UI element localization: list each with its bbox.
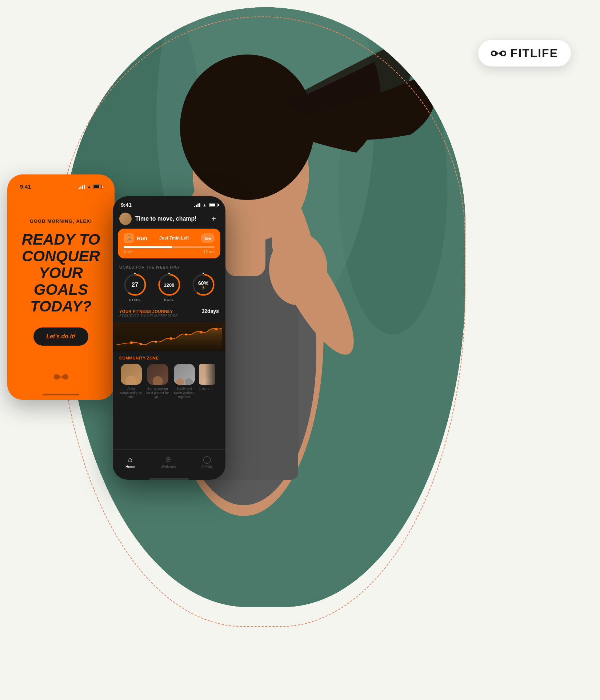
user-avatar: [119, 213, 132, 225]
eve-chip: Eve: [201, 233, 215, 243]
orange-home-indicator: [43, 394, 79, 395]
ring-dot: [133, 272, 136, 275]
dark-phone-time: 9:41: [121, 202, 132, 208]
journey-subtitle: RESILIENCE IS YOUR SUPERPOWER!: [119, 314, 179, 317]
anna-caption: Anna completed a 5K Run!: [119, 387, 143, 399]
run-icon-badge: 🏃: [124, 233, 134, 243]
orange-phone-status-icons: ▲: [79, 184, 102, 189]
nav-item-home[interactable]: ⌂ Home: [118, 454, 143, 471]
kcal-goal: 1200 KCAL: [157, 273, 181, 302]
community-title: COMMUNITY ZONE: [119, 356, 219, 360]
signal-icon: [79, 185, 85, 189]
workouts-icon: ⊕: [165, 455, 171, 464]
greeting-text: GOOD MORNING, ALEX!: [30, 218, 92, 224]
nav-item-workouts[interactable]: ⊕ Workouts: [153, 453, 183, 471]
ben-figure: [147, 364, 168, 385]
svg-point-15: [492, 52, 495, 55]
ring-dot-2: [168, 272, 171, 275]
phone-dark: 9:41 ▲ Time to move, champ! +: [113, 196, 225, 480]
home-icon: ⌂: [128, 455, 132, 464]
fitness-journey-chart: [113, 322, 225, 351]
community-item-anna[interactable]: Anna completed a 5K Run!: [119, 364, 143, 399]
svg-point-27: [185, 333, 187, 335]
nav-label-activity: Activity: [201, 465, 213, 469]
community-item-ben[interactable]: Ben is looking for a partner for yo...: [146, 364, 169, 399]
sandy-kevin-caption: Sandy and Kevin workout together: [172, 387, 196, 399]
sandy-kevin-avatar: [174, 364, 195, 385]
logo-badge: FITLIFE: [478, 40, 571, 67]
run-card[interactable]: 🏃 Run Just 7min Left Eve 8 min 15 min: [118, 229, 220, 258]
orange-phone-content: GOOD MORNING, ALEX! READY TO CONQUER YOU…: [15, 190, 107, 393]
svg-point-16: [502, 52, 505, 55]
svg-point-28: [200, 331, 203, 333]
infinity-logo-icon: [491, 48, 506, 59]
run-time-left: Just 7min Left: [159, 236, 189, 241]
goals-row: 27 STEPS 1200: [119, 273, 219, 302]
dark-status-icons: ▲: [194, 203, 217, 207]
percent-value: 60% 🏃: [198, 280, 208, 289]
run-progress-fill: [124, 246, 172, 248]
wifi-icon: ▲: [87, 184, 91, 189]
kcal-label: KCAL: [164, 298, 174, 302]
run-progress-bar: [124, 246, 215, 248]
steps-goal: 27 STEPS: [123, 273, 147, 302]
header-left: Time to move, champ!: [119, 213, 197, 225]
steps-label: STEPS: [129, 298, 141, 302]
kcal-value: 1200: [164, 282, 175, 287]
anna-figure: [121, 364, 142, 385]
run-card-top: 🏃 Run Just 7min Left Eve: [124, 233, 215, 243]
dark-phone-header: Time to move, champ! +: [113, 211, 225, 229]
svg-point-29: [215, 328, 217, 330]
dark-home-indicator: [149, 478, 189, 480]
lets-do-button[interactable]: Let's do it!: [33, 327, 88, 346]
logo-text: FITLIFE: [511, 47, 558, 60]
wifi-icon: ▲: [203, 203, 207, 207]
svg-point-24: [140, 343, 142, 345]
journey-header: YOUR FITNESS JOURNEY RESILIENCE IS YOUR …: [119, 308, 219, 317]
scroll-fade: [204, 364, 219, 399]
run-label: Run: [137, 235, 147, 241]
svg-point-13: [269, 233, 327, 305]
run-label-group: 🏃 Run: [124, 233, 147, 243]
add-button[interactable]: +: [209, 214, 219, 224]
journey-title-group: YOUR FITNESS JOURNEY RESILIENCE IS YOUR …: [119, 309, 179, 317]
nav-label-workouts: Workouts: [160, 465, 176, 469]
battery-icon: [93, 185, 102, 189]
orange-phone-logo: [54, 372, 68, 383]
dark-status-bar: 9:41 ▲: [113, 196, 225, 211]
svg-point-26: [169, 337, 172, 340]
bottom-nav: ⌂ Home ⊕ Workouts ◯ Activity: [113, 449, 225, 476]
steps-ring: 27: [123, 273, 147, 297]
run-figure-icon: 🏃: [126, 235, 132, 241]
community-row: Anna completed a 5K Run! Ben is looking …: [119, 364, 219, 399]
orange-phone-time: 9:41: [20, 184, 31, 190]
ben-avatar: [147, 364, 168, 385]
anna-avatar: [121, 364, 142, 385]
run-time-labels: 8 min 15 min: [124, 250, 215, 254]
signal-icon: [194, 203, 200, 207]
svg-point-25: [155, 341, 157, 343]
percent-label: [203, 298, 204, 302]
kcal-ring: 1200: [157, 273, 181, 297]
journey-days: 32days: [202, 308, 219, 314]
community-section: COMMUNITY ZONE Anna completed a 5K Run!: [113, 351, 225, 404]
header-greeting: Time to move, champ!: [135, 216, 197, 222]
journey-title: YOUR FITNESS JOURNEY: [119, 309, 179, 314]
svg-point-23: [130, 341, 133, 344]
chart-svg: [116, 324, 222, 350]
dark-phone-inner: 9:41 ▲ Time to move, champ! +: [113, 196, 225, 480]
battery-icon: [209, 203, 217, 207]
goals-section: GOALS FOR THE WEEK (4/5) 27: [113, 262, 225, 305]
ring-dot-3: [202, 272, 205, 275]
goals-title: GOALS FOR THE WEEK (4/5): [119, 265, 219, 269]
journey-section: YOUR FITNESS JOURNEY RESILIENCE IS YOUR …: [113, 305, 225, 322]
ben-caption: Ben is looking for a partner for yo...: [146, 387, 169, 399]
headline-text: READY TO CONQUER YOUR GOALS TODAY?: [20, 231, 102, 315]
steps-value: 27: [132, 282, 138, 288]
phone-orange: 9:41 ▲ GOOD MORNING, ALEX! READY TO CONQ…: [7, 174, 115, 400]
percent-ring: 60% 🏃: [192, 273, 215, 297]
percent-goal: 60% 🏃: [192, 273, 215, 302]
activity-icon: ◯: [203, 455, 211, 464]
nav-item-activity[interactable]: ◯ Activity: [194, 453, 220, 471]
community-item-sandy-kevin[interactable]: Sandy and Kevin workout together: [172, 364, 196, 399]
